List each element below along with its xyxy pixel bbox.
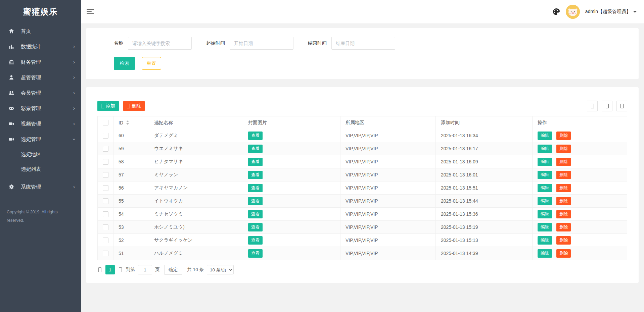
cell-region: VIP,VIP,VIP,VIP: [340, 155, 436, 168]
row-delete-button[interactable]: 删除: [556, 210, 571, 218]
edit-button[interactable]: 编辑: [538, 132, 552, 140]
column-header-ops: 操作: [533, 116, 627, 129]
select-all-checkbox[interactable]: [103, 120, 108, 125]
end-date-input[interactable]: [331, 37, 395, 50]
sidebar-item-label: 首页: [21, 28, 75, 35]
column-header-id: ID: [119, 120, 123, 125]
search-button[interactable]: 检索: [114, 57, 135, 70]
row-checkbox[interactable]: [103, 172, 108, 178]
row-delete-button[interactable]: 删除: [556, 158, 571, 166]
cell-name: ミヤノラン: [149, 168, 243, 181]
chevron-right-icon: ›: [73, 75, 75, 80]
page-size-select[interactable]: 10 条/页: [207, 265, 234, 274]
row-checkbox[interactable]: [103, 133, 108, 139]
edit-button[interactable]: 编辑: [538, 236, 552, 245]
video-icon: [8, 120, 15, 127]
batch-delete-button[interactable]: 删除: [123, 101, 145, 111]
cell-name: ハルノメグミ: [149, 247, 243, 260]
copyright-text: Copyright © 2019. All rights reserved.: [0, 208, 71, 225]
table-row: 59 ウエノミサキ 查看 VIP,VIP,VIP,VIP 2025-01-13 …: [98, 142, 627, 155]
table-filter-button[interactable]: [587, 101, 598, 111]
name-field-label: 名称: [114, 40, 123, 46]
next-page-button[interactable]: [118, 267, 123, 272]
view-cover-button[interactable]: 查看: [248, 158, 263, 166]
edit-button[interactable]: 编辑: [538, 223, 552, 231]
row-delete-button[interactable]: 删除: [556, 184, 571, 192]
edit-button[interactable]: 编辑: [538, 171, 552, 179]
sidebar-item-videos[interactable]: 视频管理 ›: [0, 116, 81, 132]
page-number-button[interactable]: 1: [105, 265, 115, 274]
sidebar-item-xuanfei[interactable]: 选妃管理 ›: [0, 132, 81, 147]
table-export-button[interactable]: [602, 101, 612, 111]
sidebar-menu: 首页 数据统计 › 财务管理 › 超管管理: [0, 23, 81, 195]
table-print-button[interactable]: [616, 101, 627, 111]
row-delete-button[interactable]: 删除: [556, 145, 571, 153]
admin-user-menu[interactable]: admin【超级管理员】: [585, 9, 637, 15]
row-checkbox[interactable]: [103, 224, 108, 230]
edit-button[interactable]: 编辑: [538, 249, 552, 258]
palette-icon[interactable]: [552, 8, 560, 16]
sidebar-item-xuanfei-list[interactable]: 选妃列表: [0, 162, 81, 176]
sidebar-item-statistics[interactable]: 数据统计 ›: [0, 39, 81, 54]
total-count-label: 共 10 条: [187, 267, 204, 273]
reset-button[interactable]: 重置: [142, 57, 161, 70]
row-checkbox[interactable]: [103, 198, 108, 204]
search-panel: 名称 起始时间 结束时间 检索 重置: [86, 28, 639, 79]
view-cover-button[interactable]: 查看: [248, 184, 263, 192]
goto-page-input[interactable]: [138, 265, 152, 274]
edit-button[interactable]: 编辑: [538, 184, 552, 192]
cell-region: VIP,VIP,VIP,VIP: [340, 181, 436, 195]
table-row: 55 イトウオウカ 查看 VIP,VIP,VIP,VIP 2025-01-13 …: [98, 195, 627, 208]
sidebar-item-label: 超管管理: [21, 74, 73, 81]
view-cover-button[interactable]: 查看: [248, 145, 263, 153]
sidebar-item-superadmin[interactable]: 超管管理 ›: [0, 70, 81, 85]
cell-region: VIP,VIP,VIP,VIP: [340, 247, 436, 260]
row-checkbox[interactable]: [103, 251, 108, 256]
table-row: 52 サクラギイッケン 查看 VIP,VIP,VIP,VIP 2025-01-1…: [98, 234, 627, 247]
view-cover-button[interactable]: 查看: [248, 132, 263, 140]
row-checkbox[interactable]: [103, 159, 108, 165]
sidebar-item-finance[interactable]: 财务管理 ›: [0, 54, 81, 70]
edit-button[interactable]: 编辑: [538, 145, 552, 153]
row-delete-button[interactable]: 删除: [556, 223, 571, 231]
sidebar-submenu-xuanfei: 选妃地区 选妃列表: [0, 147, 81, 176]
row-checkbox[interactable]: [103, 146, 108, 152]
table-row: 54 ミナセソウミ 查看 VIP,VIP,VIP,VIP 2025-01-13 …: [98, 208, 627, 221]
edit-button[interactable]: 编辑: [538, 158, 552, 166]
row-delete-button[interactable]: 删除: [556, 249, 571, 258]
view-cover-button[interactable]: 查看: [248, 210, 263, 218]
cell-time: 2025-01-13 15:44: [436, 195, 533, 208]
edit-button[interactable]: 编辑: [538, 210, 552, 218]
view-cover-button[interactable]: 查看: [248, 171, 263, 179]
hamburger-icon[interactable]: [87, 8, 94, 15]
sidebar-item-system[interactable]: 系统管理 ›: [0, 179, 81, 195]
cell-name: ヒナタマサキ: [149, 155, 243, 168]
missing-glyph-icon: [98, 267, 101, 272]
view-cover-button[interactable]: 查看: [248, 249, 263, 258]
row-delete-button[interactable]: 删除: [556, 197, 571, 205]
row-delete-button[interactable]: 删除: [556, 132, 571, 140]
edit-button[interactable]: 编辑: [538, 197, 552, 205]
sidebar-item-members[interactable]: 会员管理 ›: [0, 85, 81, 101]
name-search-input[interactable]: [128, 37, 192, 50]
chevron-right-icon: ›: [73, 106, 75, 111]
confirm-page-button[interactable]: 确定: [164, 265, 182, 275]
row-checkbox[interactable]: [103, 238, 108, 243]
add-button[interactable]: 添加: [97, 101, 119, 111]
view-cover-button[interactable]: 查看: [248, 236, 263, 245]
prev-page-button[interactable]: [97, 267, 102, 272]
view-cover-button[interactable]: 查看: [248, 223, 263, 231]
row-delete-button[interactable]: 删除: [556, 171, 571, 179]
start-date-input[interactable]: [230, 37, 293, 50]
row-checkbox[interactable]: [103, 185, 108, 191]
sidebar-item-lottery[interactable]: 彩票管理 ›: [0, 101, 81, 116]
row-checkbox[interactable]: [103, 211, 108, 217]
chevron-right-icon: ›: [73, 59, 75, 65]
avatar[interactable]: [566, 5, 580, 19]
sort-icon[interactable]: [126, 120, 129, 125]
cell-name: イトウオウカ: [149, 195, 243, 208]
sidebar-item-xuanfei-region[interactable]: 选妃地区: [0, 147, 81, 162]
row-delete-button[interactable]: 删除: [556, 236, 571, 245]
sidebar-item-home[interactable]: 首页: [0, 23, 81, 39]
view-cover-button[interactable]: 查看: [248, 197, 263, 205]
